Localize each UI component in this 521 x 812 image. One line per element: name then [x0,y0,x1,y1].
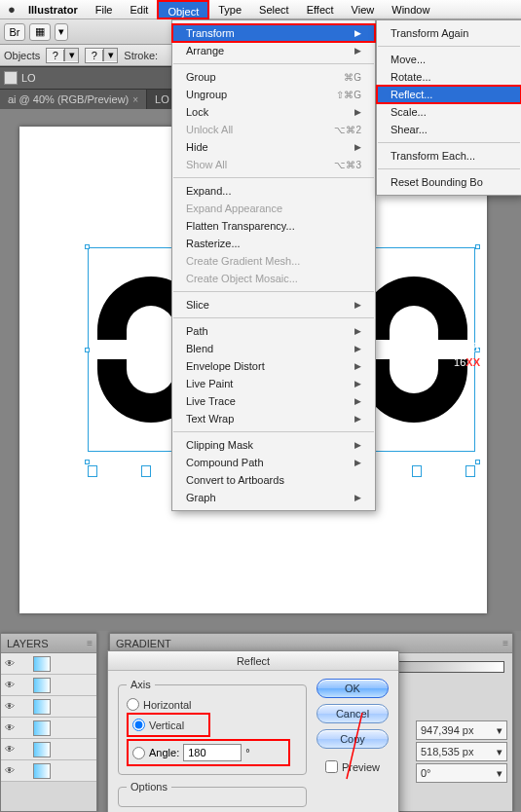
submenu-arrow-icon: ▶ [354,361,361,371]
doc-tab-active[interactable]: ai @ 40% (RGB/Preview) × [0,90,147,109]
object-item-flatten-transparency-[interactable]: Flatten Transparency... [172,217,375,235]
submenu-arrow-icon: ▶ [354,396,361,406]
preview-checkbox[interactable] [325,760,338,773]
transform-item-transform-each-[interactable]: Transform Each... [377,147,521,165]
layer-row[interactable]: 👁 [1,718,96,739]
visibility-icon[interactable]: 👁 [1,701,19,712]
toolbar-dropdown[interactable]: ▾ [55,23,68,41]
object-item-convert-to-artboards[interactable]: Convert to Artboards [172,471,375,489]
menu-window[interactable]: Window [383,0,438,19]
object-item-graph[interactable]: Graph▶ [172,489,375,506]
menu-item-label: Rotate... [391,71,431,83]
transform-item-reflect-[interactable]: Reflect... [377,86,521,103]
submenu-arrow-icon: ▶ [354,300,361,310]
menu-item-label: Live Paint [186,378,233,389]
axis-vertical[interactable]: Vertical [132,719,205,731]
submenu-arrow-icon: ▶ [354,344,361,353]
copy-button[interactable]: Copy [316,729,389,749]
menu-item-label: Live Trace [186,395,236,407]
object-item-rasterize-[interactable]: Rasterize... [172,235,375,252]
menu-item-label: Show All [186,159,227,170]
angle-field[interactable]: 0°▾ [416,763,507,783]
menu-item-label: Create Object Mosaic... [186,273,298,284]
transform-item-move-[interactable]: Move... [377,51,521,68]
object-item-ungroup[interactable]: Ungroup⇧⌘G [172,86,375,103]
ok-button[interactable]: OK [316,679,389,698]
watermark-xx: XX [465,356,480,368]
object-item-lock[interactable]: Lock▶ [172,103,375,121]
menu-select[interactable]: Select [250,0,298,19]
layer-row[interactable]: 👁 [1,696,96,718]
app-name[interactable]: Illustrator [19,4,87,16]
object-item-live-paint[interactable]: Live Paint▶ [172,375,375,392]
object-item-blend[interactable]: Blend▶ [172,340,375,357]
arrange-docs-button[interactable]: ▦ [29,23,51,41]
radio-horizontal[interactable] [127,698,139,711]
preview-toggle[interactable]: Preview [325,760,380,773]
object-item-live-trace[interactable]: Live Trace▶ [172,392,375,410]
layer-row[interactable]: 👁 [1,653,96,675]
menu-view[interactable]: View [343,0,384,19]
object-item-arrange[interactable]: Arrange▶ [172,42,375,59]
transform-item-rotate-[interactable]: Rotate... [377,68,521,86]
transform-item-shear-[interactable]: Shear... [377,121,521,138]
reflect-dialog: Reflect Axis Horizontal Vertical Angle: … [107,650,399,812]
chevron-icon: ▾ [497,724,502,737]
menu-item-label: Transform Again [391,27,468,39]
submenu-arrow-icon: ▶ [354,379,361,388]
menu-file[interactable]: File [87,0,122,19]
object-item-transform[interactable]: Transform▶ [172,24,375,42]
menu-item-label: Convert to Artboards [186,474,284,486]
layer-row[interactable]: 👁 [1,760,96,782]
selection-label: Objects [4,50,40,61]
horizontal-label: Horizontal [143,699,192,711]
visibility-icon[interactable]: 👁 [1,765,19,776]
radio-angle[interactable] [132,747,145,759]
degree-symbol: ° [245,747,249,758]
stroke-combo[interactable]: ?▾ [85,48,118,63]
menu-item-label: Graph [186,492,216,503]
visibility-icon[interactable]: 👁 [1,722,19,733]
object-item-envelope-distort[interactable]: Envelope Distort▶ [172,357,375,375]
fill-combo[interactable]: ?▾ [46,48,79,63]
layers-panel[interactable]: LAYERS≡ 👁👁👁👁👁👁 [0,633,97,812]
transform-item-scale-[interactable]: Scale... [377,103,521,121]
apple-menu[interactable]: ● [4,2,19,17]
object-item-path[interactable]: Path▶ [172,322,375,340]
layer-row[interactable]: 👁 [1,675,96,696]
angle-input[interactable] [183,744,242,761]
watermark: PS教 16XX [454,339,480,370]
visibility-icon[interactable]: 👁 [1,744,19,755]
object-item-clipping-mask[interactable]: Clipping Mask▶ [172,436,375,454]
menu-edit[interactable]: Edit [121,0,157,19]
layer-row[interactable]: 👁 [1,739,96,760]
cancel-button[interactable]: Cancel [316,704,389,723]
transform-item-transform-again[interactable]: Transform Again [377,24,521,42]
menu-type[interactable]: Type [209,0,250,19]
object-item-expand-appearance: Expand Appearance [172,200,375,217]
x-field[interactable]: 947,394 px▾ [416,720,507,740]
object-item-group[interactable]: Group⌘G [172,68,375,86]
panel-menu-icon[interactable]: ≡ [502,638,508,648]
object-item-text-wrap[interactable]: Text Wrap▶ [172,410,375,427]
close-icon[interactable]: × [132,94,138,105]
stroke-value: ? [86,50,103,61]
bridge-button[interactable]: Br [4,23,25,41]
axis-horizontal[interactable]: Horizontal [127,698,298,711]
object-item-expand-[interactable]: Expand... [172,182,375,200]
transform-item-reset-bounding-bo[interactable]: Reset Bounding Bo [377,173,521,191]
visibility-icon[interactable]: 👁 [1,658,19,669]
menu-object[interactable]: Object [157,0,209,19]
visibility-icon[interactable]: 👁 [1,680,19,690]
menu-item-label: Text Wrap [186,413,234,424]
menu-effect[interactable]: Effect [298,0,343,19]
panel-menu-icon[interactable]: ≡ [87,638,93,648]
object-item-compound-path[interactable]: Compound Path▶ [172,454,375,471]
object-item-create-object-mosaic-: Create Object Mosaic... [172,270,375,287]
layer-thumb [33,678,51,693]
menu-item-label: Flatten Transparency... [186,220,295,232]
object-item-slice[interactable]: Slice▶ [172,296,375,314]
y-field[interactable]: 518,535 px▾ [416,742,507,761]
object-item-hide[interactable]: Hide▶ [172,138,375,156]
radio-vertical[interactable] [132,719,145,731]
